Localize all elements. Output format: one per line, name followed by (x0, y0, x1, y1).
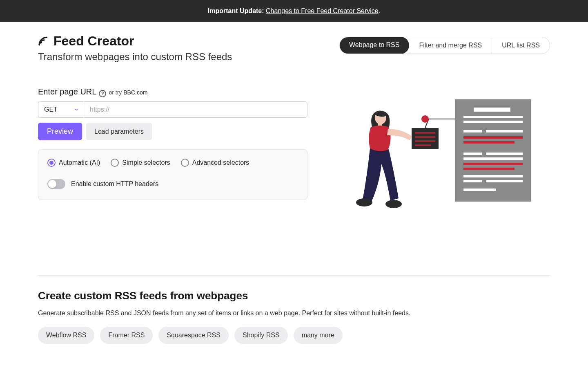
svg-point-24 (421, 115, 429, 123)
svg-rect-1 (474, 108, 510, 112)
svg-rect-9 (463, 175, 523, 177)
chip-shopify[interactable]: Shopify RSS (234, 327, 288, 344)
svg-rect-8 (463, 157, 523, 160)
radio-unselected-icon (111, 159, 119, 167)
svg-rect-13 (463, 136, 523, 139)
try-example-text: or try BBC.com (109, 89, 147, 96)
custom-headers-toggle[interactable] (47, 179, 65, 189)
svg-point-27 (356, 198, 372, 206)
chevron-down-icon (74, 107, 79, 112)
announcement-banner: Important Update: Changes to Free Feed C… (0, 0, 588, 22)
url-field-label: Enter page URL (38, 87, 96, 96)
chip-squarespace[interactable]: Squarespace RSS (158, 327, 229, 344)
http-method-select[interactable]: GET (38, 101, 84, 118)
custom-headers-toggle-label: Enable custom HTTP headers (71, 180, 158, 188)
chip-webflow[interactable]: Webflow RSS (38, 327, 94, 344)
mode-tabs: Webpage to RSS Filter and merge RSS URL … (339, 37, 550, 54)
svg-rect-7 (486, 153, 523, 155)
svg-rect-10 (463, 180, 482, 182)
section-description: Generate subscribable RSS and JSON feeds… (38, 310, 550, 317)
svg-rect-6 (463, 153, 482, 155)
banner-prefix: Important Update: (208, 7, 264, 14)
page-title: Feed Creator (53, 34, 134, 49)
svg-rect-14 (463, 141, 514, 144)
section-divider (38, 275, 550, 276)
selector-mode-simple[interactable]: Simple selectors (111, 159, 170, 167)
feed-logo-icon (38, 36, 49, 47)
tab-url-list[interactable]: URL list RSS (492, 37, 550, 54)
banner-link[interactable]: Changes to Free Feed Creator Service (266, 7, 379, 14)
options-panel: Automatic (AI) Simple selectors Advanced… (38, 149, 307, 200)
svg-rect-0 (455, 99, 531, 202)
tab-filter-merge[interactable]: Filter and merge RSS (409, 37, 492, 54)
selector-mode-automatic[interactable]: Automatic (AI) (47, 159, 100, 167)
svg-rect-5 (486, 130, 523, 132)
radio-selected-icon (47, 159, 56, 167)
selector-mode-advanced[interactable]: Advanced selectors (181, 159, 249, 167)
svg-rect-16 (463, 168, 514, 170)
try-example-link[interactable]: BBC.com (123, 89, 147, 96)
svg-rect-11 (486, 180, 523, 182)
hero-illustration (332, 87, 550, 218)
http-method-value: GET (44, 106, 58, 113)
svg-rect-3 (463, 121, 523, 123)
page-subtitle: Transform webpages into custom RSS feeds (38, 51, 232, 63)
chip-more[interactable]: many more (294, 327, 343, 344)
chip-framer[interactable]: Framer RSS (100, 327, 153, 344)
svg-rect-4 (463, 130, 482, 132)
page-url-input[interactable] (84, 101, 307, 118)
preview-button[interactable]: Preview (38, 123, 82, 140)
tab-webpage-to-rss[interactable]: Webpage to RSS (339, 37, 409, 54)
platform-chips: Webflow RSS Framer RSS Squarespace RSS S… (38, 327, 550, 344)
help-icon[interactable] (99, 90, 106, 97)
radio-unselected-icon (181, 159, 189, 167)
svg-point-28 (385, 200, 402, 208)
load-parameters-button[interactable]: Load parameters (86, 123, 152, 140)
svg-rect-12 (463, 188, 496, 191)
svg-rect-2 (463, 116, 523, 118)
section-title: Create custom RSS feeds from webpages (38, 289, 550, 302)
svg-rect-17 (412, 128, 439, 149)
svg-rect-15 (463, 163, 523, 165)
banner-suffix: . (379, 7, 380, 14)
